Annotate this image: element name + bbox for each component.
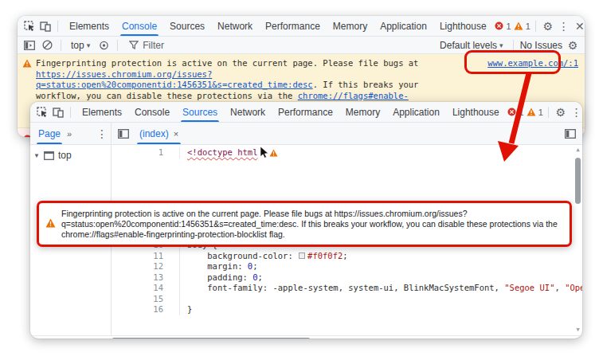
tab-network[interactable]: Network: [224, 102, 272, 122]
inspect-element-icon[interactable]: [35, 105, 49, 119]
inspect-element-icon[interactable]: [22, 19, 37, 33]
token-plain: ;: [252, 261, 257, 272]
tab-performance[interactable]: Performance: [259, 16, 327, 36]
scroll-right-arrow-icon[interactable]: ▶: [576, 338, 580, 339]
token-plain: ,: [554, 283, 565, 294]
no-issues-label[interactable]: No Issues: [520, 40, 562, 51]
file-tab-index[interactable]: (index) ×: [134, 123, 184, 144]
code-line: 16}: [112, 304, 582, 315]
console-settings-gear-icon[interactable]: ⚙: [566, 38, 580, 53]
tab-lighthouse[interactable]: Lighthouse: [446, 102, 506, 122]
tab-sources[interactable]: Sources: [163, 16, 211, 36]
token-plain: padding:: [187, 272, 252, 284]
line-number[interactable]: 14: [112, 283, 180, 294]
divider: [117, 40, 118, 51]
token-plain: ;: [258, 272, 263, 284]
kebab-menu-icon[interactable]: ⋮: [570, 105, 582, 119]
tab-performance[interactable]: Performance: [272, 102, 339, 122]
navigator-toggle-icon[interactable]: [116, 127, 131, 141]
line-number[interactable]: 13: [112, 272, 180, 284]
code-text: padding: 0;: [180, 272, 263, 284]
code-text: <!doctype html: [180, 147, 278, 159]
tab-network[interactable]: Network: [211, 16, 259, 36]
line-number[interactable]: 11: [112, 251, 180, 262]
right-panel-toggle-icon[interactable]: [563, 127, 577, 141]
tab-elements[interactable]: Elements: [76, 102, 128, 122]
scroll-up-arrow-icon[interactable]: ▲: [576, 145, 579, 156]
tab-memory[interactable]: Memory: [327, 16, 374, 36]
line-number[interactable]: 15: [112, 294, 180, 305]
log-levels-dropdown[interactable]: Default levels ▾: [436, 40, 507, 51]
tab-console[interactable]: Console: [128, 102, 176, 122]
tab-elements[interactable]: Elements: [63, 16, 115, 36]
code-line: 15: [112, 294, 582, 305]
chevron-down-icon: ▾: [87, 41, 91, 49]
vertical-scrollbar[interactable]: ▲ ▼: [573, 145, 582, 335]
warning-triangle-icon: [45, 217, 56, 231]
divider: [548, 107, 549, 118]
warning-count-badge[interactable]: 1: [514, 22, 530, 31]
issue-badges[interactable]: 1 1: [495, 22, 530, 31]
close-devtools-icon[interactable]: ✕: [573, 19, 585, 33]
line-number[interactable]: 12: [112, 261, 180, 272]
tab-console[interactable]: Console: [115, 16, 163, 36]
frame-tree-item-top[interactable]: ▼ top: [33, 150, 108, 161]
divider: [535, 21, 536, 32]
console-sidebar-toggle-icon[interactable]: [22, 38, 37, 53]
error-icon: [507, 108, 517, 117]
chromium-issues-link[interactable]: https://issues.chromium.org/issues?q=sta…: [36, 69, 313, 90]
code-line: 1<!doctype html: [112, 147, 582, 159]
code-line: 14 font-family: -apple-system, system-ui…: [112, 283, 582, 294]
navigator-tab-page[interactable]: Page: [37, 123, 62, 144]
editor-tab-bar: (index) ×: [112, 123, 582, 144]
file-tab-label: (index): [139, 128, 169, 139]
close-file-tab-icon[interactable]: ×: [174, 129, 178, 139]
tab-lighthouse[interactable]: Lighthouse: [433, 16, 493, 36]
error-count-badge[interactable]: 1: [495, 22, 511, 31]
console-filter-input[interactable]: Filter: [124, 40, 169, 51]
vertical-scroll-thumb[interactable]: [575, 158, 581, 204]
clear-console-icon[interactable]: [40, 38, 54, 53]
line-number[interactable]: 16: [112, 304, 180, 315]
divider: [57, 21, 58, 32]
screenshot-canvas: ElementsConsoleSourcesNetworkPerformance…: [0, 0, 595, 364]
navigator-kebab-menu-icon[interactable]: ⋮: [95, 127, 109, 141]
sources-content-area: ▼ top 1<!doctype html7<meta http-equiv="…: [30, 145, 582, 335]
warning-icon: [526, 108, 536, 117]
code-text: margin: 0;: [180, 261, 258, 272]
frame-label: top: [58, 150, 72, 161]
tab-sources[interactable]: Sources: [176, 102, 224, 122]
filter-placeholder: Filter: [143, 40, 164, 51]
warning-count-badge[interactable]: 1: [526, 108, 543, 117]
token-doct: <!doctype html: [187, 147, 258, 159]
horizontal-scroll-thumb[interactable]: [112, 338, 311, 339]
horizontal-scrollbar[interactable]: ◀ ▶: [30, 335, 582, 339]
warning-icon: [514, 22, 523, 31]
levels-label: Default levels: [440, 40, 497, 51]
scroll-left-arrow-icon[interactable]: ◀: [104, 338, 108, 339]
context-label: top: [71, 40, 84, 51]
tab-application[interactable]: Application: [374, 16, 433, 36]
scroll-down-arrow-icon[interactable]: ▼: [576, 325, 579, 336]
devtools-tab-bar: ElementsConsoleSourcesNetworkPerformance…: [18, 16, 585, 37]
tab-memory[interactable]: Memory: [339, 102, 386, 122]
code-text: font-family: -apple-system, system-ui, B…: [180, 283, 582, 294]
tab-application[interactable]: Application: [386, 102, 446, 122]
mouse-cursor-icon: [260, 147, 269, 159]
live-expression-eye-icon[interactable]: [96, 38, 111, 53]
tree-expander-icon[interactable]: ▼: [33, 152, 40, 159]
error-icon: [495, 22, 504, 31]
javascript-context-dropdown[interactable]: top ▾: [68, 40, 93, 51]
line-number[interactable]: 1: [112, 147, 180, 159]
error-count-badge[interactable]: 1: [507, 108, 524, 117]
issue-badges[interactable]: 1 1: [507, 108, 543, 117]
sources-header-row: Page » ⋮ (index) ×: [30, 123, 582, 145]
device-toolbar-icon[interactable]: [38, 19, 53, 33]
more-tabs-chevrons[interactable]: »: [67, 129, 71, 139]
device-toolbar-icon[interactable]: [51, 105, 65, 119]
token-str: "Segoe UI": [504, 283, 554, 294]
funnel-icon: [129, 41, 139, 49]
kebab-menu-icon[interactable]: ⋮: [557, 19, 571, 33]
settings-gear-icon[interactable]: ⚙: [541, 19, 555, 33]
settings-gear-icon[interactable]: ⚙: [554, 105, 568, 119]
